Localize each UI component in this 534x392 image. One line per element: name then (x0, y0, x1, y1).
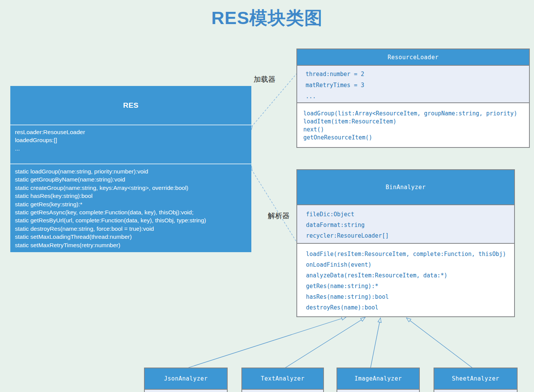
class-box-sheet-analyzer: SheetAnalyzer (434, 368, 518, 392)
class-box-res: RES resLoader:ResouseLoaderloadedGroups:… (10, 86, 251, 252)
inheritance-arrow-text (285, 317, 365, 368)
member-line: loadGroup(list:Array<ResourceItem, group… (303, 110, 529, 118)
member-line: static setMaxLoadingThread(thread:number… (15, 233, 247, 241)
member-line: static hasRes(key:string):bool (15, 192, 247, 200)
member-line: ... (15, 144, 247, 152)
class-box-resource-loader: ResourceLoader thread:number = 2matRetry… (296, 49, 530, 148)
methods-section-bin-analyzer: loadFile(resItem:ResourceItem, complete:… (297, 244, 514, 316)
member-line: loadItem(item:ResourceItem) (303, 118, 529, 126)
attributes-section-res: resLoader:ResouseLoaderloadedGroups:[]..… (10, 125, 251, 164)
class-name-text-analyzer: TextAnalyzer (242, 368, 323, 390)
member-line: hasRes(name:string):bool (306, 292, 514, 302)
class-box-text-analyzer: TextAnalyzer (241, 368, 324, 392)
member-line: ... (306, 91, 529, 102)
member-line: matRetryTimes = 3 (306, 80, 529, 91)
class-name-image-analyzer: ImageAnalyzer (337, 368, 419, 390)
relation-label-loader: 加载器 (254, 75, 275, 84)
class-name-json-analyzer: JsonAnalyzer (145, 368, 227, 390)
inheritance-arrow-sheet (406, 318, 473, 368)
attributes-section-sheet-analyzer (434, 390, 517, 392)
attributes-section-image-analyzer (337, 390, 419, 392)
class-box-image-analyzer: ImageAnalyzer (337, 368, 420, 392)
attributes-section-text-analyzer (242, 390, 323, 392)
member-line: recycler:ResoureLoader[] (306, 230, 514, 241)
member-line: static getGroupByName(name:string):void (15, 175, 247, 183)
class-name-sheet-analyzer: SheetAnalyzer (434, 368, 517, 390)
inheritance-arrow-image (371, 318, 380, 368)
member-line: loadedGroups:[] (15, 136, 247, 144)
methods-section-res: static loadGroup(name:string, priority:n… (10, 164, 251, 252)
inheritance-arrow-json (188, 317, 346, 368)
class-diagram-canvas: { "title": "RES模块类图", "relations": { "lo… (0, 0, 534, 392)
attributes-section-resource-loader: thread:number = 2matRetryTimes = 3... (297, 66, 529, 103)
member-line: destroyRes(name):bool (306, 302, 514, 313)
class-name-res: RES (10, 86, 251, 125)
class-name-bin-analyzer: BinAnalyzer (297, 170, 514, 205)
member-line: static createGroup(name:string, keys:Arr… (15, 184, 247, 192)
member-line: onLoadFinish(event) (306, 259, 514, 270)
member-line: resLoader:ResouseLoader (15, 128, 247, 136)
member-line: static getRes(key:string):* (15, 200, 247, 208)
member-line: static loadGroup(name:string, priority:n… (15, 167, 247, 175)
member-line: getRes(name:string):* (306, 281, 514, 292)
member-line: thread:number = 2 (306, 69, 529, 80)
methods-section-resource-loader: loadGroup(list:Array<ResourceItem, group… (297, 103, 529, 147)
member-line: static getResAsync(key, complete:Functio… (15, 208, 247, 216)
member-line: fileDic:Object (306, 209, 514, 220)
relation-label-parser: 解析器 (268, 211, 290, 221)
class-box-json-analyzer: JsonAnalyzer (144, 368, 228, 392)
member-line: getOneResourceItem() (303, 134, 529, 142)
page-title: RES模块类图 (0, 6, 534, 30)
member-line: static setMaxRetryTimes(retry:numnber) (15, 241, 247, 249)
member-line: loadFile(resItem:ResourceItem, complete:… (306, 249, 514, 259)
attributes-section-bin-analyzer: fileDic:ObjectdataFormat:stringrecycler:… (297, 205, 514, 244)
dependency-arrow-parser (252, 170, 296, 241)
member-line: analyzeData(resItem:ResourceItem, data:*… (306, 270, 514, 281)
member-line: static getResByUrl(url, complete:Functio… (15, 216, 247, 224)
member-line: static destroyRes(name:string, force:boo… (15, 225, 247, 233)
class-name-resource-loader: ResourceLoader (297, 49, 529, 66)
member-line: dataFormat:string (306, 220, 514, 230)
member-line: next() (303, 126, 529, 134)
attributes-section-json-analyzer (145, 390, 227, 392)
class-box-bin-analyzer: BinAnalyzer fileDic:ObjectdataFormat:str… (296, 169, 515, 317)
